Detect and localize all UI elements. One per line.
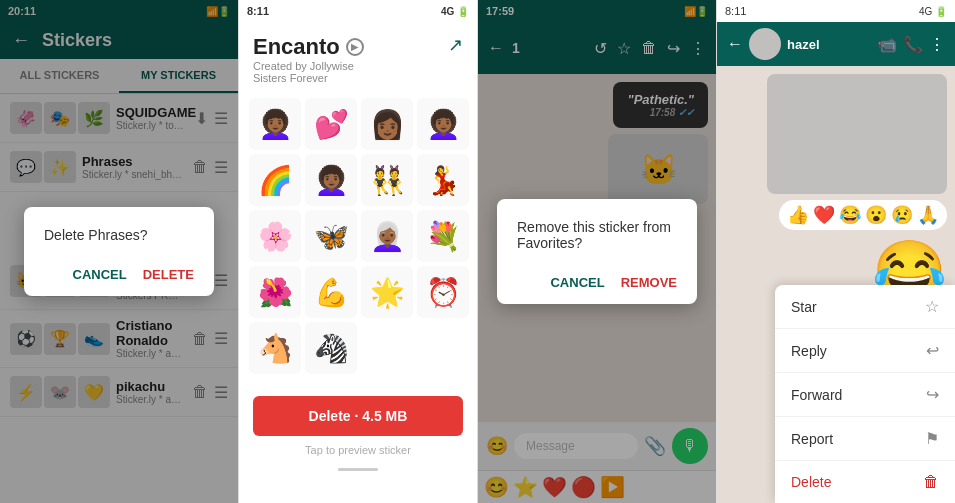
delete-dialog-overlay: Delete Phrases? CANCEL DELETE xyxy=(0,94,238,503)
context-item-delete[interactable]: Delete 🗑 xyxy=(775,461,955,503)
reaction-wow[interactable]: 😮 xyxy=(865,204,887,226)
panel-context-menu: 8:11 4G 🔋 ← hazel 📹 📞 ⋮ 👍 ❤️ 😂 😮 😢 🙏 😂 5… xyxy=(717,0,955,503)
play-icon[interactable]: ▶ xyxy=(346,38,364,56)
reaction-sad[interactable]: 😢 xyxy=(891,204,913,226)
sticker-cell[interactable]: 👩🏾 xyxy=(361,98,413,150)
reaction-pray[interactable]: 🙏 xyxy=(917,204,939,226)
sticker-cell[interactable]: 🌺 xyxy=(249,266,301,318)
context-item-report[interactable]: Report ⚑ xyxy=(775,417,955,461)
reaction-laugh[interactable]: 😂 xyxy=(839,204,861,226)
sticker-cell[interactable]: 🐴 xyxy=(249,322,301,374)
p4-chat-content: 👍 ❤️ 😂 😮 😢 🙏 😂 5:58 PM Star ☆ Reply ↩ Fo… xyxy=(717,66,955,503)
context-label-forward: Forward xyxy=(791,387,842,403)
bottom-bar xyxy=(338,468,378,471)
chat-header-4: ← hazel 📹 📞 ⋮ xyxy=(717,22,955,66)
sticker-cell[interactable]: 🦓 xyxy=(305,322,357,374)
avatar xyxy=(749,28,781,60)
context-menu: Star ☆ Reply ↩ Forward ↪ Report ⚑ Delete… xyxy=(775,285,955,503)
reaction-heart[interactable]: ❤️ xyxy=(813,204,835,226)
sticker-cell[interactable]: 🌟 xyxy=(361,266,413,318)
status-bar-4: 8:11 4G 🔋 xyxy=(717,0,955,22)
context-label-report: Report xyxy=(791,431,833,447)
dialog-title: Delete Phrases? xyxy=(44,227,194,243)
video-icon[interactable]: 📹 xyxy=(877,35,897,54)
context-item-star[interactable]: Star ☆ xyxy=(775,285,955,329)
panel-stickers-list: 20:11 📶🔋 ← Stickers ALL STICKERS MY STIC… xyxy=(0,0,239,503)
time-2: 8:11 xyxy=(247,5,269,17)
remove-button[interactable]: REMOVE xyxy=(621,271,677,294)
sticker-cell[interactable]: 👯 xyxy=(361,154,413,206)
contact-name: hazel xyxy=(787,37,871,52)
reply-icon-context: ↩ xyxy=(926,341,939,360)
dialog-actions-3: CANCEL REMOVE xyxy=(517,271,677,294)
sticker-list: 🦑 🎭 🌿 SQUIDGAME Sticker.ly * topstickers… xyxy=(0,94,238,503)
phone-icon[interactable]: 📞 xyxy=(903,35,923,54)
cancel-button[interactable]: CANCEL xyxy=(73,263,127,286)
sticker-cell[interactable]: 👩🏾‍🦳 xyxy=(361,210,413,262)
sticker-cell[interactable]: 💃 xyxy=(417,154,469,206)
delete-sticker-button[interactable]: Delete · 4.5 MB xyxy=(253,396,463,436)
cancel-button-3[interactable]: CANCEL xyxy=(550,271,604,294)
context-label-reply: Reply xyxy=(791,343,827,359)
sticker-grid: 👩🏾‍🦱 💕 👩🏾 👩🏾‍🦱 🌈 👩🏾‍🦱 👯 💃 🌸 🦋 👩🏾‍🦳 💐 🌺 💪… xyxy=(239,92,477,380)
forward-icon-context: ↪ xyxy=(926,385,939,404)
preview-hint: Tap to preview sticker xyxy=(239,440,477,464)
sticker-cell[interactable]: 👩🏾‍🦱 xyxy=(305,154,357,206)
emoji-reactions: 👍 ❤️ 😂 😮 😢 🙏 xyxy=(779,200,947,230)
panel-chat: 17:59 📶🔋 ← 1 ↺ ☆ 🗑 ↪ ⋮ "Pathetic." 17:58… xyxy=(478,0,717,503)
remove-sticker-dialog-overlay: Remove this sticker from Favorites? CANC… xyxy=(478,0,716,503)
encanto-header: Encanto ▶ Created by Jollywise Sisters F… xyxy=(239,22,477,92)
status-icons-4: 4G 🔋 xyxy=(919,6,947,17)
status-icons-2: 4G 🔋 xyxy=(441,6,469,17)
created-by: Created by Jollywise xyxy=(253,60,364,72)
sticker-cell[interactable]: 🦋 xyxy=(305,210,357,262)
encanto-title: Encanto ▶ xyxy=(253,34,364,60)
image-message xyxy=(767,74,947,194)
share-icon[interactable]: ↗ xyxy=(448,34,463,56)
status-bar-2: 8:11 4G 🔋 xyxy=(239,0,477,22)
dialog-actions: CANCEL DELETE xyxy=(44,263,194,286)
delete-button[interactable]: DELETE xyxy=(143,263,194,286)
sticker-cell[interactable]: 👩🏾‍🦱 xyxy=(249,98,301,150)
context-item-forward[interactable]: Forward ↪ xyxy=(775,373,955,417)
sticker-cell[interactable]: 🌸 xyxy=(249,210,301,262)
dialog-title-3: Remove this sticker from Favorites? xyxy=(517,219,677,251)
reaction-thumbsup[interactable]: 👍 xyxy=(787,204,809,226)
sticker-cell[interactable]: 👩🏾‍🦱 xyxy=(417,98,469,150)
more-icon-4[interactable]: ⋮ xyxy=(929,35,945,54)
time-4: 8:11 xyxy=(725,5,746,17)
contact-info: hazel xyxy=(787,37,871,52)
back-button-4[interactable]: ← xyxy=(727,35,743,53)
star-icon-context: ☆ xyxy=(925,297,939,316)
encanto-title-group: Encanto ▶ Created by Jollywise Sisters F… xyxy=(253,34,364,84)
sticker-cell[interactable]: 🌈 xyxy=(249,154,301,206)
remove-sticker-dialog: Remove this sticker from Favorites? CANC… xyxy=(497,199,697,304)
report-icon-context: ⚑ xyxy=(925,429,939,448)
sticker-cell[interactable]: ⏰ xyxy=(417,266,469,318)
sticker-cell[interactable]: 💪 xyxy=(305,266,357,318)
delete-dialog: Delete Phrases? CANCEL DELETE xyxy=(24,207,214,296)
context-item-reply[interactable]: Reply ↩ xyxy=(775,329,955,373)
context-label-star: Star xyxy=(791,299,817,315)
panel-encanto: 8:11 4G 🔋 Encanto ▶ Created by Jollywise… xyxy=(239,0,478,503)
sub-line: Sisters Forever xyxy=(253,72,364,84)
delete-icon-context: 🗑 xyxy=(923,473,939,491)
sticker-cell[interactable]: 💕 xyxy=(305,98,357,150)
context-label-delete: Delete xyxy=(791,474,831,490)
sticker-cell[interactable]: 💐 xyxy=(417,210,469,262)
